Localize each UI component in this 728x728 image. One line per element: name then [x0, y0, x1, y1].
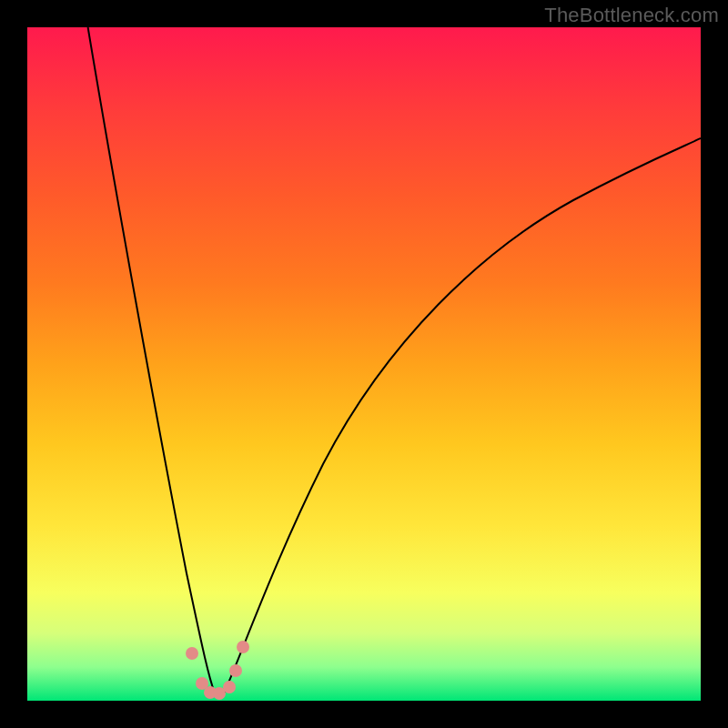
curve-right-branch — [224, 138, 701, 693]
marker-dot — [237, 641, 249, 653]
marker-dot — [229, 664, 242, 677]
bottleneck-curve — [27, 27, 701, 701]
chart-frame: TheBottleneck.com — [0, 0, 728, 728]
marker-dot — [223, 681, 236, 693]
plot-area — [27, 27, 701, 701]
marker-dot — [186, 647, 198, 660]
watermark-text: TheBottleneck.com — [544, 4, 719, 27]
curve-left-branch — [88, 27, 215, 693]
